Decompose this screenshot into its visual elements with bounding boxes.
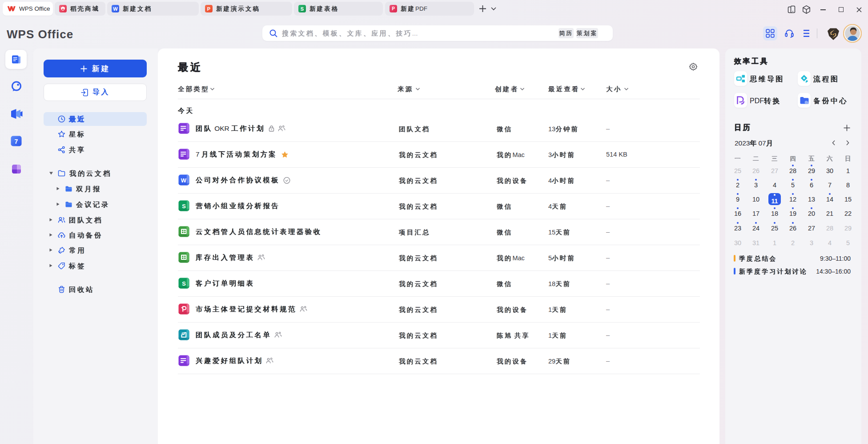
svg-text:S: S [182, 203, 186, 210]
svg-text:S: S [182, 280, 186, 287]
svg-text:7: 7 [15, 138, 18, 145]
svg-text:W: W [181, 177, 187, 184]
